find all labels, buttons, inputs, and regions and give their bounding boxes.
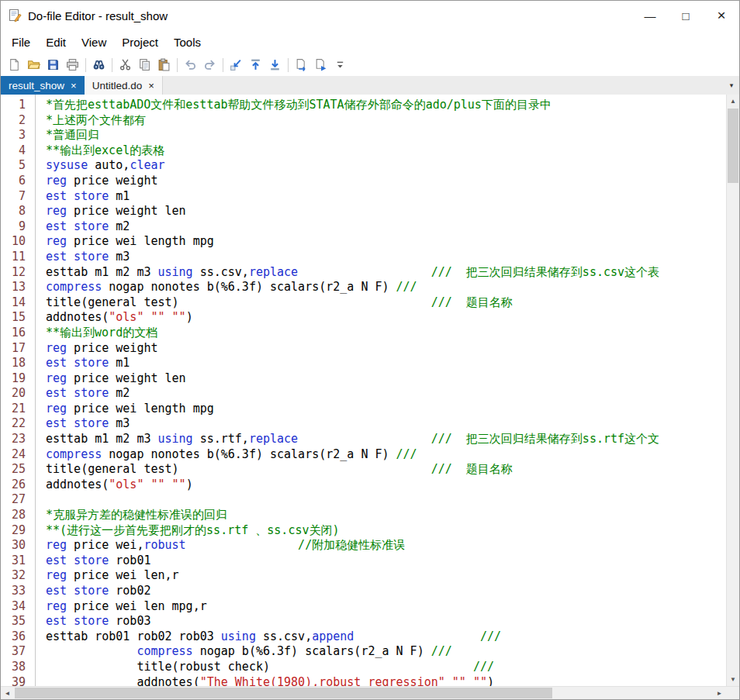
code-segment	[46, 644, 137, 658]
code-line[interactable]: est store rob03	[46, 614, 726, 629]
line-number: 1	[1, 98, 26, 113]
line-number: 29	[1, 523, 26, 539]
code-line[interactable]: compress nogap nonotes b(%6.3f) scalars(…	[46, 280, 726, 295]
tab-close-icon[interactable]: ×	[71, 81, 77, 91]
code-line[interactable]: reg price wei length mpg	[46, 234, 726, 250]
window-controls: —□×	[632, 1, 739, 30]
code-segment: title(general test)	[46, 295, 179, 309]
toolbar-separator	[85, 58, 86, 72]
code-line[interactable]: title(general test) /// 题目名称	[46, 462, 726, 478]
code-line[interactable]: *上述两个文件都有	[46, 113, 726, 129]
code-line[interactable]: est store rob01	[46, 553, 726, 569]
code-segment: est store	[46, 189, 109, 203]
close-button[interactable]: ×	[704, 1, 739, 30]
code-segment: clear	[130, 158, 164, 172]
code-line[interactable]: addnotes("ols" "" "")	[46, 310, 726, 326]
scroll-up-arrow-icon[interactable]: ▲	[727, 95, 739, 108]
code-line[interactable]: compress nogap b(%6.3f) scalars(r2_a N F…	[46, 644, 726, 660]
code-segment: /// 把三次回归结果储存到ss.rtf这个文	[298, 432, 659, 446]
tab-list-dropdown-icon[interactable]: ▾	[724, 76, 739, 95]
code-line[interactable]: sysuse auto,clear	[46, 158, 726, 174]
toggle-bookmark-icon[interactable]	[226, 56, 246, 74]
tab-close-icon[interactable]: ×	[148, 81, 154, 91]
redo-icon[interactable]	[200, 56, 220, 74]
code-line[interactable]: esttab m1 m2 m3 using ss.csv,replace ///…	[46, 265, 726, 281]
code-line[interactable]: est store rob02	[46, 584, 726, 599]
tab-bar: result_show×Untitled.do×▾	[1, 76, 739, 95]
code-line[interactable]: est store m2	[46, 219, 726, 235]
toolbar	[1, 53, 739, 76]
tab-result-show[interactable]: result_show×	[1, 76, 85, 95]
code-line[interactable]: reg price wei len mpg,r	[46, 599, 726, 615]
scroll-down-arrow-icon[interactable]: ▼	[727, 673, 739, 686]
code-line[interactable]: est store m1	[46, 189, 726, 205]
new-do-file-icon[interactable]	[5, 56, 24, 74]
code-line[interactable]: reg price wei len,r	[46, 568, 726, 584]
scroll-left-arrow-icon[interactable]: ◄	[1, 687, 14, 699]
maximize-button[interactable]: □	[668, 1, 704, 30]
menu-tools[interactable]: Tools	[166, 33, 209, 52]
code-line[interactable]: esttab rob01 rob02 rob03 using ss.csv,ap…	[46, 629, 726, 645]
overflow-icon[interactable]	[330, 56, 350, 74]
print-icon[interactable]	[63, 56, 82, 74]
code-line[interactable]: *首先把esttabADO文件和esttab帮助文件移动到STATA储存外部命令…	[46, 98, 726, 113]
code-line[interactable]: title(robust check) ///	[46, 660, 726, 675]
code-line[interactable]: compress nogap nonotes b(%6.3f) scalars(…	[46, 447, 726, 463]
code-line[interactable]: **输出到excel的表格	[46, 143, 726, 159]
paste-icon[interactable]	[154, 56, 174, 74]
line-number: 4	[1, 143, 26, 159]
menu-view[interactable]: View	[74, 33, 114, 52]
line-number: 3	[1, 128, 26, 143]
code-line[interactable]: esttab m1 m2 m3 using ss.rtf,replace ///…	[46, 432, 726, 447]
code-line[interactable]: *普通回归	[46, 128, 726, 143]
code-line[interactable]: est store m3	[46, 416, 726, 432]
code-line[interactable]: **输出到word的文档	[46, 326, 726, 341]
line-number: 24	[1, 447, 26, 463]
line-number: 22	[1, 416, 26, 432]
code-line[interactable]	[46, 492, 726, 508]
do-icon[interactable]	[311, 56, 330, 74]
code-segment: ss.rtf,	[193, 432, 249, 446]
code-line[interactable]: reg price weight	[46, 174, 726, 189]
code-line[interactable]: reg price wei,robust //附加稳健性标准误	[46, 538, 726, 553]
code-segment: ///	[431, 644, 452, 658]
menu-project[interactable]: Project	[114, 33, 166, 52]
vertical-scrollbar-thumb[interactable]	[728, 109, 738, 183]
line-number: 27	[1, 492, 26, 508]
undo-icon[interactable]	[181, 56, 200, 74]
code-line[interactable]: title(general test) /// 题目名称	[46, 295, 726, 311]
code-line[interactable]: reg price wei length mpg	[46, 402, 726, 417]
code-line[interactable]: est store m3	[46, 250, 726, 265]
minimize-button[interactable]: —	[632, 1, 668, 30]
translate-icon[interactable]	[292, 56, 311, 74]
menu-edit[interactable]: Edit	[38, 33, 74, 52]
copy-icon[interactable]	[135, 56, 154, 74]
tab-untitled-do[interactable]: Untitled.do×	[85, 76, 163, 95]
line-number: 34	[1, 599, 26, 615]
scroll-right-arrow-icon[interactable]: ►	[713, 687, 726, 699]
cut-icon[interactable]	[116, 56, 135, 74]
find-icon[interactable]	[89, 56, 109, 74]
menu-file[interactable]: File	[4, 33, 38, 52]
code-line[interactable]: est store m2	[46, 386, 726, 402]
open-icon[interactable]	[24, 56, 43, 74]
previous-bookmark-icon[interactable]	[246, 56, 265, 74]
code-line[interactable]: addnotes("ols" "" "")	[46, 478, 726, 493]
code-line[interactable]: **(进行这一步首先要把刚才的ss.rtf 、ss.csv关闭)	[46, 523, 726, 539]
horizontal-scrollbar[interactable]: ◄ ►	[1, 687, 726, 699]
next-bookmark-icon[interactable]	[265, 56, 285, 74]
save-icon[interactable]	[43, 56, 63, 74]
line-number: 7	[1, 189, 26, 205]
code-line[interactable]: reg price weight len	[46, 204, 726, 219]
vertical-scrollbar[interactable]: ▲ ▼	[726, 95, 739, 686]
code-line[interactable]: addnotes("The White(1980),robust regress…	[46, 675, 726, 686]
code-line[interactable]: reg price weight len	[46, 371, 726, 387]
code-line[interactable]: est store m1	[46, 356, 726, 371]
line-number: 14	[1, 295, 26, 311]
code-segment: /// 把三次回归结果储存到ss.csv这个表	[298, 265, 659, 279]
code-line[interactable]: reg price weight	[46, 341, 726, 357]
horizontal-scrollbar-thumb[interactable]	[15, 688, 552, 698]
code-segment: m3	[109, 250, 130, 264]
code-area[interactable]: *首先把esttabADO文件和esttab帮助文件移动到STATA储存外部命令…	[36, 95, 726, 686]
code-line[interactable]: *克服异方差的稳健性标准误的回归	[46, 508, 726, 523]
